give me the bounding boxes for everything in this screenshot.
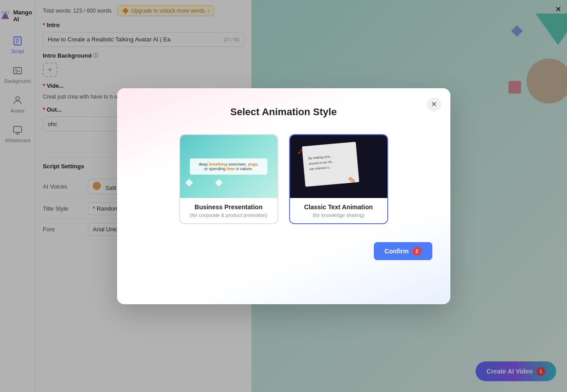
confirm-label: Confirm xyxy=(385,248,409,255)
animation-card-business[interactable]: deep breathing exercises, yoga, or spend… xyxy=(179,134,278,224)
business-card-info: Business Presentation (for corporate & p… xyxy=(180,198,277,223)
app-container: ✕ Mango AI Script xyxy=(0,0,567,392)
animation-card-classic[interactable]: By making scre... around in our dir... c… xyxy=(289,134,388,224)
classic-preview-art: By making scre... around in our dir... c… xyxy=(290,135,387,198)
business-card-name: Business Presentation xyxy=(186,203,272,211)
svg-rect-21 xyxy=(185,179,193,186)
classic-card-name: Classic Text Animation xyxy=(295,203,382,211)
modal-footer: Confirm 2 xyxy=(135,242,432,260)
modal-title: Select Animation Style xyxy=(135,106,432,118)
animation-options: deep breathing exercises, yoga, or spend… xyxy=(135,134,432,224)
business-card-desc: (for corporate & product promotion) xyxy=(186,212,272,218)
modal-close-button[interactable]: ✕ xyxy=(427,97,441,112)
app-close-button[interactable]: ✕ xyxy=(549,0,567,18)
classic-preview: By making scre... around in our dir... c… xyxy=(290,135,387,198)
classic-card-desc: (for knowledge sharing) xyxy=(295,212,382,218)
business-preview: deep breathing exercises, yoga, or spend… xyxy=(180,135,277,198)
svg-rect-22 xyxy=(215,179,222,186)
classic-card-info: Classic Text Animation (for knowledge sh… xyxy=(290,198,387,223)
svg-text:✓: ✓ xyxy=(296,145,305,157)
modal-close-icon: ✕ xyxy=(431,100,437,108)
close-icon: ✕ xyxy=(555,5,561,14)
confirm-button[interactable]: Confirm 2 xyxy=(374,242,432,260)
business-preview-decorations xyxy=(180,135,277,198)
animation-style-modal: ✕ Select Animation Style deep breathing … xyxy=(117,88,450,304)
confirm-badge: 2 xyxy=(413,247,422,256)
modal-overlay[interactable]: ✕ Select Animation Style deep breathing … xyxy=(0,0,567,392)
